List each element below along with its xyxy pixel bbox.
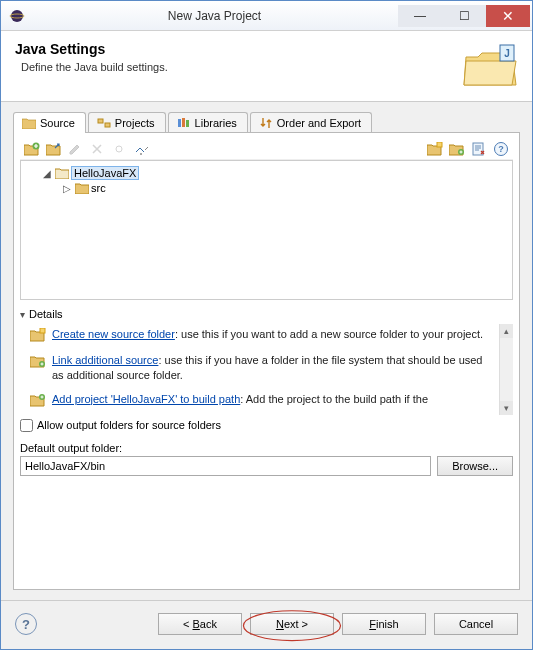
allow-output-label: Allow output folders for source folders xyxy=(37,419,221,431)
link-folder-icon[interactable] xyxy=(46,141,62,157)
chevron-down-icon: ▾ xyxy=(20,309,25,320)
titlebar: New Java Project — ☐ ✕ xyxy=(1,1,532,31)
detail-add-project: Add project 'HelloJavaFX' to build path:… xyxy=(20,389,497,415)
browse-button[interactable]: Browse... xyxy=(437,456,513,476)
svg-rect-7 xyxy=(182,118,185,127)
add-project-icon xyxy=(30,393,46,409)
toggle-icon[interactable] xyxy=(134,141,150,157)
back-button[interactable]: < Back xyxy=(158,613,242,635)
configure-icon xyxy=(112,141,128,157)
banner: Java Settings Define the Java build sett… xyxy=(1,31,532,102)
source-toolbar: ? xyxy=(20,139,513,160)
tab-label: Order and Export xyxy=(277,117,361,129)
tab-label: Projects xyxy=(115,117,155,129)
source-folder-icon xyxy=(22,117,36,129)
svg-rect-4 xyxy=(98,119,103,123)
remove-icon xyxy=(90,141,106,157)
projects-icon xyxy=(97,117,111,129)
src-node[interactable]: ▷ src xyxy=(23,181,510,195)
project-node[interactable]: ◢ HelloJavaFX xyxy=(23,165,510,181)
create-folder-icon xyxy=(30,328,46,344)
next-button[interactable]: Next > xyxy=(250,613,334,635)
finish-button[interactable]: Finish xyxy=(342,613,426,635)
svg-point-0 xyxy=(11,10,23,22)
source-tree[interactable]: ◢ HelloJavaFX ▷ src xyxy=(20,160,513,300)
detail-link-source: Link additional source: use this if you … xyxy=(20,350,497,389)
tab-label: Source xyxy=(40,117,75,129)
project-label: HelloJavaFX xyxy=(71,166,139,180)
tab-label: Libraries xyxy=(195,117,237,129)
tabs: Source Projects Libraries Order and Expo… xyxy=(13,112,520,133)
banner-heading: Java Settings xyxy=(15,41,462,57)
details-heading: Details xyxy=(29,308,63,320)
tab-projects[interactable]: Projects xyxy=(88,112,166,133)
banner-subheading: Define the Java build settings. xyxy=(15,61,462,73)
project-icon xyxy=(55,167,69,179)
create-source-link[interactable]: Create new source folder xyxy=(52,328,175,340)
wizard-footer: ? < Back Next > Finish Cancel xyxy=(1,600,532,649)
folder-java-icon: J xyxy=(462,41,518,89)
wizard-window: New Java Project — ☐ ✕ Java Settings Def… xyxy=(0,0,533,650)
svg-text:J: J xyxy=(504,48,510,59)
tab-libraries[interactable]: Libraries xyxy=(168,112,248,133)
add-project-link[interactable]: Add project 'HelloJavaFX' to build path xyxy=(52,393,240,405)
tab-source[interactable]: Source xyxy=(13,112,86,133)
link-source-link[interactable]: Link additional source xyxy=(52,354,158,366)
content-area: Source Projects Libraries Order and Expo… xyxy=(1,102,532,600)
add-folder-icon[interactable] xyxy=(24,141,40,157)
help-icon[interactable]: ? xyxy=(493,141,509,157)
minimize-button[interactable]: — xyxy=(398,5,442,27)
tab-order-export[interactable]: Order and Export xyxy=(250,112,372,133)
scroll-down-icon[interactable]: ▾ xyxy=(500,401,513,415)
new-source-folder-icon[interactable] xyxy=(427,141,443,157)
libraries-icon xyxy=(177,117,191,129)
svg-text:?: ? xyxy=(498,144,504,154)
details-toggle[interactable]: ▾ Details xyxy=(20,308,513,320)
svg-point-10 xyxy=(116,146,122,152)
filter-icon[interactable] xyxy=(471,141,487,157)
scroll-up-icon[interactable]: ▴ xyxy=(500,324,513,338)
detail-text: : Add the project to the build path if t… xyxy=(240,393,428,405)
svg-rect-16 xyxy=(40,328,45,333)
tab-panel: ? ◢ HelloJavaFX ▷ src ▾ Details xyxy=(13,132,520,590)
svg-rect-5 xyxy=(105,123,110,127)
src-label: src xyxy=(91,182,106,194)
src-folder-icon xyxy=(75,182,89,194)
expander-open-icon[interactable]: ◢ xyxy=(41,167,53,179)
maximize-button[interactable]: ☐ xyxy=(442,5,486,27)
svg-rect-6 xyxy=(178,119,181,127)
order-icon xyxy=(259,117,273,129)
allow-output-checkbox[interactable] xyxy=(20,419,33,432)
help-button[interactable]: ? xyxy=(15,613,37,635)
edit-icon xyxy=(68,141,84,157)
svg-rect-11 xyxy=(437,142,442,147)
window-title: New Java Project xyxy=(31,9,398,23)
details-panel: Create new source folder: use this if yo… xyxy=(20,324,513,415)
cancel-button[interactable]: Cancel xyxy=(434,613,518,635)
default-output-label: Default output folder: xyxy=(20,442,513,454)
details-scrollbar[interactable]: ▴ ▾ xyxy=(499,324,513,415)
detail-create-source: Create new source folder: use this if yo… xyxy=(20,324,497,350)
link-source-icon xyxy=(30,354,46,370)
close-button[interactable]: ✕ xyxy=(486,5,530,27)
detail-text: : use this if you want to add a new sour… xyxy=(175,328,483,340)
svg-rect-8 xyxy=(186,120,189,127)
eclipse-icon xyxy=(9,8,25,24)
default-output-input[interactable] xyxy=(20,456,431,476)
expander-closed-icon[interactable]: ▷ xyxy=(61,182,73,194)
add-path-icon[interactable] xyxy=(449,141,465,157)
